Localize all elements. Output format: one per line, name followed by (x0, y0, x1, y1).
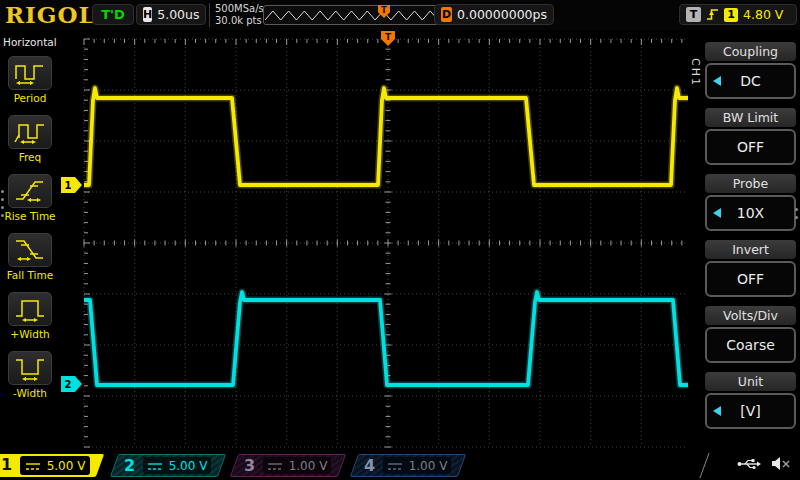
menu-item-neg-width[interactable]: -Width (0, 351, 60, 399)
volts-div-label: Volts/Div (705, 306, 796, 325)
unit-value: [V] (740, 403, 761, 419)
rise-time-label: Rise Time (0, 210, 60, 222)
left-arrow-icon (713, 208, 721, 218)
menu-group-volts-div: Volts/Div Coarse (705, 306, 796, 363)
timebase-value: 5.00us (157, 7, 199, 22)
left-arrow-icon (713, 406, 721, 416)
menu-item-rise-time[interactable]: Rise Time (0, 174, 60, 222)
channel-4-value-box: 1.00 V (383, 457, 451, 474)
svg-text:2: 2 (65, 379, 72, 390)
svg-text:1: 1 (65, 180, 72, 191)
neg-width-button[interactable] (8, 351, 52, 385)
channel-3-number: 3 (244, 456, 255, 475)
trigger-info-box[interactable]: T 1 4.80 V (679, 4, 797, 25)
channel-1-scale: 5.00 V (47, 459, 86, 473)
channel-1-value-box: 5.00 V (20, 456, 90, 475)
channel-badge-2[interactable]: 2 5.00 V (110, 454, 226, 477)
channel-4-content: 4 1.00 V (355, 455, 461, 476)
channel-3-content: 3 1.00 V (235, 455, 341, 476)
channel-1-content: 1 5.00 V (0, 454, 100, 477)
channel-1-number: 1 (1, 455, 12, 474)
channel-settings-menu: CH1 Coupling DC BW Limit OFF Probe (688, 30, 800, 452)
probe-value-button[interactable]: 10X (705, 195, 796, 231)
coupling-value: DC (740, 73, 761, 89)
system-status-icons (737, 456, 790, 471)
menu-item-pos-width[interactable]: +Width (0, 292, 60, 340)
dc-coupling-icon (267, 461, 283, 471)
trigger-level-value: 4.80 V (743, 7, 783, 22)
channel-2-value-box: 5.00 V (143, 457, 211, 474)
pos-width-button[interactable] (8, 292, 52, 326)
channel-badge-4[interactable]: 4 1.00 V (350, 454, 466, 477)
coupling-value-button[interactable]: DC (705, 63, 796, 99)
dc-coupling-icon (387, 461, 403, 471)
neg-width-label: -Width (0, 387, 60, 399)
neg-width-icon (13, 355, 47, 381)
menu-group-unit: Unit [V] (705, 372, 796, 429)
usb-icon (737, 457, 761, 471)
channel-4-number: 4 (364, 456, 375, 475)
invert-value-button[interactable]: OFF (705, 261, 796, 297)
left-menu-title: Horizontal (0, 36, 60, 48)
channel-4-scale: 1.00 V (409, 459, 448, 473)
volts-div-value-button[interactable]: Coarse (705, 327, 796, 363)
coupling-label: Coupling (705, 42, 796, 61)
menu-group-coupling: Coupling DC (705, 42, 796, 99)
delay-value: 0.00000000ps (457, 7, 547, 22)
channel-badge-1[interactable]: 1 5.00 V (0, 454, 104, 477)
rising-edge-icon (706, 7, 719, 22)
channel-2-scale: 5.00 V (169, 459, 208, 473)
menu-item-freq[interactable]: Freq (0, 115, 60, 163)
bw-limit-value: OFF (737, 139, 764, 155)
bw-limit-value-button[interactable]: OFF (705, 129, 796, 165)
channel-3-scale: 1.00 V (289, 459, 328, 473)
h-icon: H (143, 7, 152, 22)
trigger-status-text: T'D (101, 7, 125, 22)
pos-width-label: +Width (0, 328, 60, 340)
dc-coupling-icon (25, 461, 41, 471)
right-page-indicator-dots (795, 208, 798, 219)
top-status-bar: RIGOL T'D H 5.00us 500MSa/s 30.0k pts T … (0, 0, 800, 30)
freq-label: Freq (0, 151, 60, 163)
bw-limit-label: BW Limit (705, 108, 796, 127)
horizontal-scale-box[interactable]: H 5.00us (136, 4, 206, 25)
trigger-icon: T (686, 7, 701, 22)
dc-coupling-icon (147, 461, 163, 471)
pos-width-icon (13, 296, 47, 322)
probe-label: Probe (705, 174, 796, 193)
rise-time-icon (13, 178, 47, 204)
menu-group-invert: Invert OFF (705, 240, 796, 297)
menu-item-fall-time[interactable]: Fall Time (0, 233, 60, 281)
channel-3-value-box: 1.00 V (263, 457, 331, 474)
horizontal-measure-menu: Horizontal Period (0, 30, 60, 452)
unit-value-button[interactable]: [V] (705, 393, 796, 429)
fall-time-label: Fall Time (0, 269, 60, 281)
trigger-status-badge: T'D (92, 4, 134, 25)
invert-label: Invert (705, 240, 796, 259)
speaker-muted-icon (771, 456, 790, 471)
period-icon (13, 60, 47, 86)
left-arrow-icon (713, 76, 721, 86)
fall-time-button[interactable] (8, 233, 52, 267)
channel-2-content: 2 5.00 V (115, 455, 221, 476)
rise-time-button[interactable] (8, 174, 52, 208)
invert-value: OFF (737, 271, 764, 287)
volts-div-value: Coarse (726, 337, 775, 353)
channel-2-number: 2 (124, 456, 135, 475)
svg-text:T: T (385, 32, 392, 42)
channel-badge-3[interactable]: 3 1.00 V (230, 454, 346, 477)
sample-rate: 500MSa/s (215, 3, 264, 15)
probe-value: 10X (737, 205, 764, 221)
fall-time-icon (13, 237, 47, 263)
menu-groups: Coupling DC BW Limit OFF Probe 10X (705, 42, 796, 438)
period-label: Period (0, 92, 60, 104)
freq-icon (13, 119, 47, 145)
delay-box[interactable]: D 0.00000000ps (434, 4, 554, 25)
oscilloscope-screen: RIGOL T'D H 5.00us 500MSa/s 30.0k pts T … (0, 0, 800, 480)
bottom-bar-divider (699, 453, 709, 478)
freq-button[interactable] (8, 115, 52, 149)
trigger-source-badge: 1 (724, 8, 738, 22)
menu-group-bw-limit: BW Limit OFF (705, 108, 796, 165)
menu-item-period[interactable]: Period (0, 56, 60, 104)
period-button[interactable] (8, 56, 52, 90)
